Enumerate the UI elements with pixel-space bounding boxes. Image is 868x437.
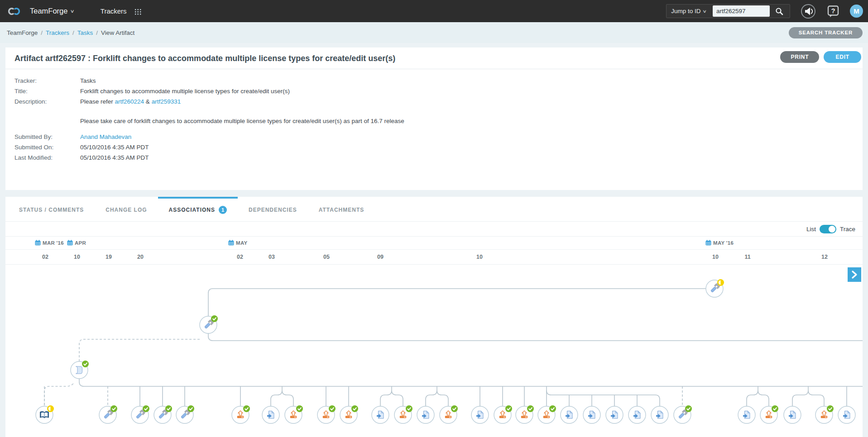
trace-node-file[interactable] <box>262 406 279 423</box>
user-link[interactable]: Anand Mahadevan <box>80 133 131 140</box>
timeline-day-tick: 20 <box>137 254 144 260</box>
trace-node-file[interactable] <box>372 406 389 423</box>
completed-badge <box>406 405 412 412</box>
trace-node-upload[interactable] <box>516 405 534 423</box>
trace-node-upload[interactable] <box>394 405 412 423</box>
trace-node-upload[interactable] <box>760 405 778 423</box>
tab-change-log[interactable]: CHANGE LOG <box>95 197 158 221</box>
breadcrumb: TeamForge/Trackers/Tasks/View Artifact <box>7 29 134 36</box>
trace-node-file[interactable] <box>561 406 578 423</box>
timeline-days-row: 021019200203050910101112 <box>5 250 863 265</box>
timeline-day-tick: 12 <box>821 254 828 260</box>
trace-graph-canvas <box>5 265 863 437</box>
artifact-link[interactable]: artf260224 <box>115 98 144 105</box>
timeline-day-tick: 11 <box>744 254 750 260</box>
trace-node-wrench[interactable] <box>99 405 117 423</box>
trace-node-file[interactable] <box>583 406 600 423</box>
trace-node-wrench[interactable] <box>674 405 692 423</box>
edit-button[interactable]: EDIT <box>824 51 861 63</box>
trace-node-upload[interactable] <box>538 405 556 423</box>
artifact-header: Artifact artf262597 : Forklift changes t… <box>5 48 863 69</box>
field-label: Title: <box>14 87 80 95</box>
tab-label: ATTACHMENTS <box>319 207 364 213</box>
user-avatar[interactable]: M <box>850 5 863 18</box>
month-text: MAY <box>236 240 247 246</box>
search-button[interactable] <box>775 7 783 15</box>
completed-badge <box>296 405 303 412</box>
tab-count-badge: 1 <box>219 206 227 214</box>
trace-node-file[interactable] <box>838 406 855 423</box>
field-value: Forklift changes to accommodate multiple… <box>80 87 290 95</box>
trace-node-file[interactable] <box>738 406 755 423</box>
associations-card: STATUS / COMMENTSCHANGE LOGASSOCIATIONS1… <box>5 197 863 437</box>
breadcrumb-item[interactable]: Tasks <box>77 29 93 36</box>
help-button[interactable]: ? <box>826 5 840 18</box>
tab-dependencies[interactable]: DEPENDENCIES <box>238 197 308 221</box>
field-row: Description:Please refer artf260224 & ar… <box>14 98 854 126</box>
calendar-icon <box>67 240 73 246</box>
scroll-right-button[interactable] <box>848 267 861 282</box>
description-paragraph: Please take care of forklift changes to … <box>80 117 404 126</box>
project-switcher[interactable]: TeamForge ∨ <box>30 7 74 15</box>
timeline-day-tick: 05 <box>323 254 330 260</box>
jump-to-id-dropdown[interactable]: Jump to ID <box>671 8 700 14</box>
trace-node-wrench[interactable] <box>131 405 149 423</box>
trace-node-file[interactable] <box>417 406 434 423</box>
trace-node-file[interactable] <box>471 406 489 423</box>
timeline-months-row: MAR '16APRMAYMAY '16 <box>5 237 863 250</box>
announcements-button[interactable] <box>800 3 816 19</box>
apps-grid-icon[interactable] <box>134 7 142 15</box>
trace-node-upload[interactable] <box>340 405 358 423</box>
trace-node-scroll[interactable] <box>71 361 89 379</box>
tab-status-comments[interactable]: STATUS / COMMENTS <box>8 197 95 221</box>
trace-node-file[interactable] <box>628 406 646 423</box>
tab-bar: STATUS / COMMENTSCHANGE LOGASSOCIATIONS1… <box>5 197 863 222</box>
tab-label: ASSOCIATIONS <box>169 207 215 213</box>
trace-node-upload[interactable] <box>440 405 458 423</box>
description-text: Please refer <box>80 98 115 105</box>
completed-badge <box>110 405 117 412</box>
trace-node-upload[interactable] <box>285 405 303 423</box>
search-input[interactable] <box>713 5 770 17</box>
field-label: Submitted On: <box>14 143 80 152</box>
teamforge-logo-icon[interactable] <box>6 5 22 18</box>
tab-label: DEPENDENCIES <box>249 207 297 213</box>
completed-badge <box>165 405 172 412</box>
page-title: Artifact artf262597 : Forklift changes t… <box>14 54 854 63</box>
description-text: & <box>144 98 152 105</box>
nav-item-trackers[interactable]: Trackers <box>101 7 127 15</box>
trace-node-wrench[interactable] <box>200 315 218 333</box>
field-value: Please refer artf260224 & artf259331Plea… <box>80 98 404 126</box>
trace-node-file[interactable] <box>651 406 668 423</box>
field-value: 05/10/2016 4:35 AM PDT <box>80 143 149 152</box>
trace-node-upload[interactable] <box>815 405 834 423</box>
field-label: Last Modified: <box>14 154 80 162</box>
trace-node-book[interactable] <box>36 405 54 423</box>
field-label: Description: <box>14 98 80 126</box>
completed-badge <box>505 405 512 412</box>
calendar-icon <box>35 240 41 246</box>
tab-attachments[interactable]: ATTACHMENTS <box>308 197 375 221</box>
field-label: Submitted By: <box>14 133 80 141</box>
trace-node-file[interactable] <box>784 406 801 423</box>
search-tracker-button[interactable]: SEARCH TRACKER <box>789 27 863 38</box>
print-button[interactable]: PRINT <box>780 51 819 63</box>
breadcrumb-item[interactable]: Trackers <box>46 29 69 36</box>
completed-badge <box>143 405 149 412</box>
in-progress-badge <box>47 405 54 412</box>
trace-node-upload[interactable] <box>232 405 250 423</box>
artifact-link[interactable]: artf259331 <box>152 98 181 105</box>
trace-node-wrench[interactable] <box>176 405 194 423</box>
timeline-day-tick: 02 <box>237 254 243 260</box>
list-trace-toggle[interactable] <box>820 225 836 233</box>
trace-node-wrench[interactable] <box>706 279 724 297</box>
trace-node-upload[interactable] <box>317 405 336 423</box>
tab-associations[interactable]: ASSOCIATIONS1 <box>158 197 238 221</box>
completed-badge <box>243 405 250 412</box>
breadcrumb-item: TeamForge <box>7 29 38 36</box>
trace-node-upload[interactable] <box>494 405 512 423</box>
completed-badge <box>451 405 458 412</box>
field-row: Submitted On:05/10/2016 4:35 AM PDT <box>14 143 854 152</box>
trace-node-file[interactable] <box>606 406 623 423</box>
trace-node-wrench[interactable] <box>154 405 172 423</box>
